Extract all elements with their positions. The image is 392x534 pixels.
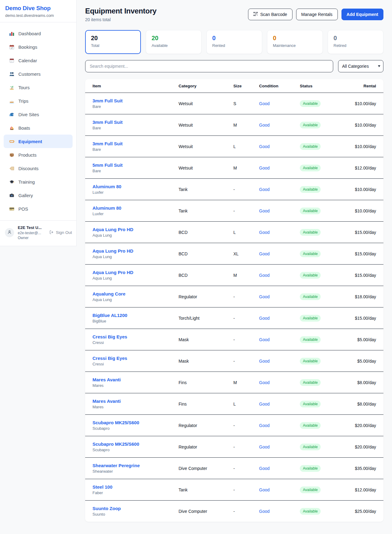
item-status-cell: Available bbox=[300, 293, 346, 300]
item-rental: $5.00/day bbox=[346, 359, 376, 364]
item-status-cell: Available bbox=[300, 379, 346, 386]
item-name-link[interactable]: Suunto Zoop bbox=[92, 506, 121, 511]
item-condition-link[interactable]: Good bbox=[259, 166, 270, 170]
item-name-link[interactable]: 3mm Full Suit bbox=[92, 120, 123, 125]
item-name-link[interactable]: Aluminum 80 bbox=[92, 205, 121, 211]
item-brand: Luxfer bbox=[92, 212, 179, 216]
item-condition-link[interactable]: Good bbox=[259, 230, 270, 235]
table-row: Steel 100 Faber Tank - Good Available $1… bbox=[85, 479, 383, 500]
item-condition-link[interactable]: Good bbox=[259, 423, 270, 428]
sidebar-item-label: Dive Sites bbox=[18, 112, 39, 117]
sidebar-item-dashboard[interactable]: Dashboard bbox=[4, 27, 73, 40]
item-name-link[interactable]: Mares Avanti bbox=[92, 377, 121, 382]
status-badge: Available bbox=[300, 100, 321, 107]
item-name-link[interactable]: Mares Avanti bbox=[92, 399, 121, 404]
stat-card-total[interactable]: 20 Total bbox=[85, 30, 141, 54]
item-condition-link[interactable]: Good bbox=[259, 294, 270, 299]
table-row: 5mm Full Suit Bare Wetsuit M Good Availa… bbox=[85, 157, 383, 178]
sidebar-item-dive-sites[interactable]: Dive Sites bbox=[4, 108, 73, 121]
item-condition-link[interactable]: Good bbox=[259, 466, 270, 471]
table-header: Item Category Size Condition Status Rent… bbox=[85, 79, 383, 93]
item-condition-link[interactable]: Good bbox=[259, 316, 270, 321]
sidebar-item-customers[interactable]: Customers bbox=[4, 67, 73, 81]
item-condition-link[interactable]: Good bbox=[259, 402, 270, 406]
user-role: Owner bbox=[18, 235, 42, 240]
stat-card-retired[interactable]: 0 Retired bbox=[328, 30, 383, 54]
item-brand: Aqua Lung bbox=[92, 233, 179, 238]
sidebar-item-bookings[interactable]: 17 Bookings bbox=[4, 40, 73, 54]
add-equipment-button[interactable]: Add Equipment bbox=[341, 9, 383, 20]
item-condition-cell: Good bbox=[259, 144, 300, 149]
item-condition-link[interactable]: Good bbox=[259, 251, 270, 256]
item-name-link[interactable]: Aqua Lung Pro HD bbox=[92, 270, 133, 275]
category-select[interactable]: All Categories bbox=[338, 60, 383, 72]
item-condition-link[interactable]: Good bbox=[259, 337, 270, 342]
item-condition-link[interactable]: Good bbox=[259, 444, 270, 449]
sidebar-item-gallery[interactable]: Gallery bbox=[4, 189, 73, 202]
item-condition-link[interactable]: Good bbox=[259, 101, 270, 106]
sidebar-item-training[interactable]: Training bbox=[4, 175, 73, 189]
table-row: Scubapro MK25/S600 Scubapro Regulator - … bbox=[85, 414, 383, 436]
item-cell: Scubapro MK25/S600 Scubapro bbox=[92, 420, 179, 431]
sidebar-item-trips[interactable]: Trips bbox=[4, 94, 73, 108]
svg-text:17: 17 bbox=[11, 47, 13, 49]
item-rental: $18.00/day bbox=[346, 294, 376, 299]
item-name-link[interactable]: 3mm Full Suit bbox=[92, 141, 123, 146]
status-badge: Available bbox=[300, 122, 321, 128]
manage-rentals-button[interactable]: Manage Rentals bbox=[296, 9, 338, 20]
sign-out-button[interactable]: Sign Out bbox=[49, 230, 72, 235]
sidebar-item-tours[interactable]: Tours bbox=[4, 81, 73, 94]
item-name-link[interactable]: 3mm Full Suit bbox=[92, 98, 123, 103]
brand[interactable]: Demo Dive Shop bbox=[5, 5, 71, 12]
item-name-link[interactable]: Shearwater Peregrine bbox=[92, 463, 140, 468]
item-name-link[interactable]: Aqua Lung Pro HD bbox=[92, 248, 133, 254]
calendar-date-icon: 17 bbox=[9, 44, 14, 50]
item-status-cell: Available bbox=[300, 315, 346, 322]
sidebar-item-equipment[interactable]: Equipment bbox=[4, 135, 73, 148]
sidebar-item-boats[interactable]: Boats bbox=[4, 121, 73, 135]
page-title-block: Equipment Inventory 20 items total bbox=[85, 7, 156, 22]
item-name-link[interactable]: BigBlue AL1200 bbox=[92, 313, 127, 318]
item-condition-link[interactable]: Good bbox=[259, 208, 270, 213]
sidebar-item-calendar[interactable]: Calendar bbox=[4, 54, 73, 67]
item-name-link[interactable]: Aqua Lung Pro HD bbox=[92, 227, 133, 232]
item-category: Fins bbox=[179, 402, 233, 406]
item-condition-link[interactable]: Good bbox=[259, 144, 270, 149]
stat-card-maintenance[interactable]: 0 Maintenance bbox=[267, 30, 323, 54]
item-name-link[interactable]: Cressi Big Eyes bbox=[92, 356, 127, 361]
stat-card-available[interactable]: 20 Available bbox=[146, 30, 202, 54]
item-condition-link[interactable]: Good bbox=[259, 380, 270, 385]
item-condition-link[interactable]: Good bbox=[259, 509, 270, 514]
bar-chart-icon bbox=[9, 31, 14, 36]
search-input[interactable] bbox=[85, 60, 333, 72]
item-condition-cell: Good bbox=[259, 466, 300, 471]
item-name-link[interactable]: Scubapro MK25/S600 bbox=[92, 420, 139, 425]
sidebar-item-products[interactable]: Products bbox=[4, 148, 73, 162]
status-badge: Available bbox=[300, 379, 321, 386]
item-name-link[interactable]: Scubapro MK25/S600 bbox=[92, 441, 139, 447]
item-condition-link[interactable]: Good bbox=[259, 359, 270, 364]
item-condition-link[interactable]: Good bbox=[259, 187, 270, 192]
column-header-item: Item bbox=[92, 84, 179, 88]
status-badge: Available bbox=[300, 444, 321, 450]
item-condition-link[interactable]: Good bbox=[259, 487, 270, 492]
sidebar-item-label: Discounts bbox=[18, 166, 39, 171]
item-name-link[interactable]: Steel 100 bbox=[92, 484, 112, 490]
sidebar-item-pos[interactable]: POS bbox=[4, 202, 73, 216]
scan-barcode-button[interactable]: Scan Barcode bbox=[248, 9, 292, 20]
item-cell: Mares Avanti Mares bbox=[92, 399, 179, 409]
equipment-table-body: 3mm Full Suit Bare Wetsuit S Good Availa… bbox=[85, 93, 383, 522]
item-condition-link[interactable]: Good bbox=[259, 123, 270, 128]
item-name-link[interactable]: 5mm Full Suit bbox=[92, 162, 123, 168]
item-condition-cell: Good bbox=[259, 166, 300, 170]
sidebar-item-discounts[interactable]: Discounts bbox=[4, 162, 73, 175]
item-name-link[interactable]: Aqualung Core bbox=[92, 291, 126, 296]
stat-card-rented[interactable]: 0 Rented bbox=[206, 30, 262, 54]
stat-value: 20 bbox=[91, 35, 135, 42]
add-equipment-label: Add Equipment bbox=[347, 12, 378, 17]
item-status-cell: Available bbox=[300, 336, 346, 343]
sidebar-item-label: Equipment bbox=[18, 139, 42, 144]
item-name-link[interactable]: Aluminum 80 bbox=[92, 184, 121, 189]
item-condition-link[interactable]: Good bbox=[259, 273, 270, 278]
item-name-link[interactable]: Cressi Big Eyes bbox=[92, 334, 127, 339]
